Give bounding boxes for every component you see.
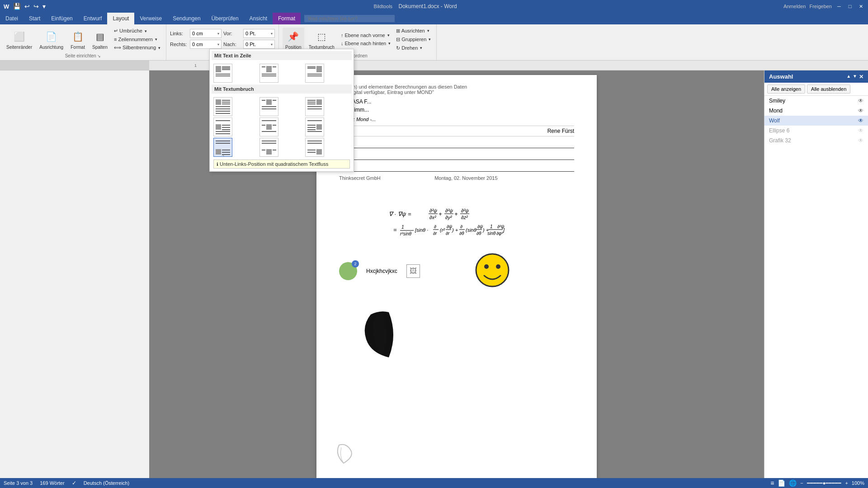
svg-text:∂²ψ: ∂²ψ [461, 208, 469, 213]
svg-text:) +: ) + [451, 227, 458, 233]
panel-item-ellipse6[interactable]: Ellipse 6 👁 [764, 126, 868, 136]
save-quick-btn[interactable]: 💾 [12, 3, 22, 10]
tab-ueberprufen[interactable]: Überprüfen [206, 13, 244, 24]
panel-close-btn[interactable]: ✕ [859, 74, 863, 80]
freigeben-btn[interactable]: Freigeben [809, 4, 832, 9]
spalten-btn[interactable]: ▤ Spalten [90, 28, 110, 52]
tab-verweise[interactable]: Verweise [134, 13, 167, 24]
umbrueche-btn[interactable]: ↵ Umbrüche ▾ [112, 27, 162, 35]
panel-scroll-down-btn[interactable]: ▼ [853, 74, 857, 80]
panel-item-smiley-eye-icon[interactable]: 👁 [858, 98, 863, 104]
pos-wrap-mid-center-btn[interactable] [259, 117, 278, 136]
tab-format[interactable]: Format [273, 13, 301, 24]
pos-inline-center-btn[interactable] [259, 64, 278, 83]
svg-rect-75 [316, 99, 322, 105]
position-btn[interactable]: 📌 Position [283, 28, 304, 52]
panel-item-mond[interactable]: Mond 👁 [764, 106, 868, 116]
view-mode-print-btn[interactable]: 📄 [778, 479, 785, 487]
zoom-in-btn[interactable]: + [845, 480, 848, 486]
svg-text:∇ · ∇ψ =: ∇ · ∇ψ = [389, 211, 411, 217]
show-all-btn[interactable]: Alle anzeigen [767, 84, 805, 94]
pos-wrap-top-right-btn[interactable] [305, 97, 324, 116]
panel-item-grafik32[interactable]: Grafik 32 👁 [764, 136, 868, 145]
close-btn[interactable]: ✕ [857, 3, 864, 10]
zoom-slider[interactable]: ━━━━━●━━━━━ [807, 480, 842, 486]
ebene-hinten-btn[interactable]: ↓ Ebene nach hinten ▾ [339, 40, 392, 47]
panel-item-grafik32-label: Grafik 32 [769, 137, 791, 144]
view-mode-web-btn[interactable]: 🌐 [789, 479, 797, 487]
tooltip-text: Unten-Links-Position mit quadratischem T… [220, 161, 328, 167]
pos-inline-left-btn[interactable] [213, 64, 232, 83]
tab-einfuegen[interactable]: Einfügen [46, 13, 78, 24]
language-status[interactable]: Deutsch (Österreich) [84, 480, 129, 486]
links-arrow: ▾ [217, 32, 219, 36]
panel-item-wolf[interactable]: Wolf 👁 [764, 116, 868, 126]
panel-item-mond-eye-icon[interactable]: 👁 [858, 108, 863, 114]
svg-text:∂r: ∂r [446, 231, 450, 236]
zeilennummern-btn[interactable]: ≡ Zeilennummern ▾ [112, 36, 162, 43]
vor-value: 0 Pt. [245, 31, 270, 36]
svg-rect-81 [216, 124, 221, 130]
silbentrennung-btn[interactable]: ⟺ Silbentrennung ▾ [112, 44, 162, 52]
pos-wrap-top-left-btn[interactable] [213, 97, 232, 116]
tab-entwurf[interactable]: Entwurf [78, 13, 108, 24]
undo-btn[interactable]: ↩ [23, 3, 31, 10]
tab-ansicht[interactable]: Ansicht [244, 13, 273, 24]
minimize-btn[interactable]: ─ [835, 3, 843, 10]
ausrichtung-btn[interactable]: 📄 Ausrichtung [37, 28, 66, 52]
links-value: 0 cm [192, 31, 217, 36]
ausrichten-btn[interactable]: ⊞ Ausrichten ▾ [394, 27, 433, 35]
smiley-container [474, 252, 510, 290]
rechts-input[interactable]: 0 cm ▾ [190, 40, 222, 49]
qa-dropdown-btn[interactable]: ▾ [41, 3, 47, 10]
panel-item-ellipse6-eye-icon[interactable]: 👁 [858, 127, 863, 134]
restore-btn[interactable]: □ [846, 3, 854, 10]
hide-all-btn[interactable]: Alle ausblenden [807, 84, 850, 94]
anmelden-btn[interactable]: Anmelden [783, 4, 806, 9]
tab-sendungen[interactable]: Sendungen [167, 13, 206, 24]
pos-wrap-bot-center-btn[interactable] [259, 138, 278, 157]
panel-title-controls: ▲ ▼ ✕ [846, 74, 863, 80]
format-btn[interactable]: 📋 Format [68, 28, 88, 52]
svg-text:=: = [393, 226, 397, 233]
svg-text:+: + [439, 211, 442, 217]
redo-btn[interactable]: ↪ [32, 3, 40, 10]
seitenraender-btn[interactable]: ⬜ Seitenränder [4, 28, 35, 52]
panel-toolbar: Alle anzeigen Alle ausblenden [764, 83, 868, 96]
tab-start[interactable]: Start [24, 13, 46, 24]
svg-rect-62 [216, 99, 221, 105]
pos-wrap-top-center-btn[interactable] [259, 97, 278, 116]
tab-datei[interactable]: Datei [0, 13, 24, 24]
drehen-btn[interactable]: ↻ Drehen ▾ [394, 44, 433, 52]
gruppieren-btn[interactable]: ⊟ Gruppieren ▾ [394, 36, 433, 43]
quill-decoration [330, 441, 357, 469]
panel-item-grafik32-eye-icon[interactable]: 👁 [858, 137, 863, 144]
pos-wrap-bot-right-btn[interactable] [305, 138, 324, 157]
ebene-vorne-btn[interactable]: ↑ Ebene nach vorne ▾ [339, 32, 392, 39]
textumbruch-btn[interactable]: ⬚ Textumbruch [306, 28, 337, 52]
pos-wrap-mid-right-icon [307, 119, 323, 135]
document-date: Montag, 02. November 2015 [434, 175, 497, 198]
formula-svg: ∇ · ∇ψ = ∂²ψ ∂x² + ∂²ψ ∂y² + ∂²ψ ∂z² = 1 [384, 207, 529, 243]
search-input[interactable] [304, 15, 395, 22]
view-mode-normal-btn[interactable]: ≡ [770, 479, 774, 487]
panel-scroll-up-btn[interactable]: ▲ [846, 74, 851, 80]
pos-inline-right-btn[interactable] [305, 64, 324, 83]
links-input[interactable]: 0 cm ▾ [190, 29, 222, 38]
ebene-group: ↑ Ebene nach vorne ▾ ↓ Ebene nach hinten… [339, 32, 392, 47]
ribbon-tabs: Datei Start Einfügen Entwurf Layout Verw… [0, 13, 868, 24]
zoom-out-btn[interactable]: − [800, 480, 803, 486]
pos-wrap-mid-right-btn[interactable] [305, 117, 324, 136]
pos-wrap-bot-left-btn[interactable]: ↖ [213, 138, 232, 157]
vor-arrow: ▾ [271, 32, 273, 36]
nach-input[interactable]: 0 Pt. ▾ [243, 40, 275, 49]
svg-text:+: + [454, 211, 458, 217]
svg-text:∂z²: ∂z² [461, 215, 468, 220]
vor-input[interactable]: 0 Pt. ▾ [243, 29, 275, 38]
panel-item-smiley[interactable]: Smiley 👁 [764, 96, 868, 106]
right-panel: Auswahl ▲ ▼ ✕ Alle anzeigen Alle ausblen… [764, 70, 868, 478]
tab-layout[interactable]: Layout [107, 13, 134, 24]
pos-wrap-mid-left-btn[interactable] [213, 117, 232, 136]
panel-item-wolf-eye-icon[interactable]: 👁 [858, 117, 863, 124]
spellcheck-icon[interactable]: ✓ [72, 480, 76, 486]
